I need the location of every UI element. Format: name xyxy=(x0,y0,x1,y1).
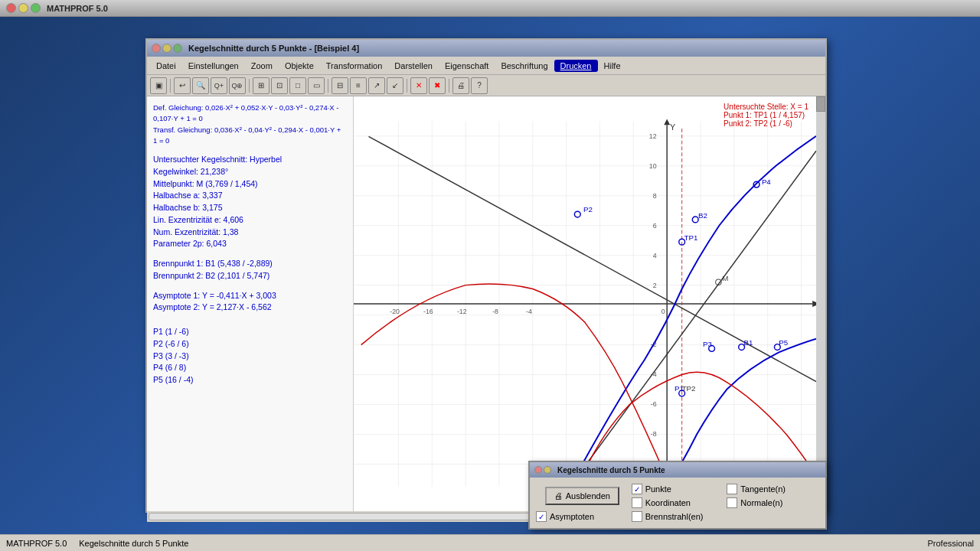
main-max-button[interactable] xyxy=(173,44,182,53)
main-window: Kegelschnitte durch 5 Punkte - [Beispiel… xyxy=(145,38,827,513)
status-left: MATHPROF 5.0 Kegelschnitte durch 5 Punkt… xyxy=(6,539,927,548)
cb-normale[interactable]: Normale(n) xyxy=(727,497,819,508)
graph-area[interactable]: X Y -20 -16 -12 -8 -4 0 12 10 8 6 4 2 -2… xyxy=(354,96,816,511)
menu-zoom[interactable]: Zoom xyxy=(245,60,279,72)
cb-punkte[interactable]: ✓ Punkte xyxy=(632,484,724,494)
svg-text:-4: -4 xyxy=(526,308,532,315)
exzentrizitat-num: Num. Exzentrizität: 1,38 xyxy=(153,227,347,239)
status-right: Professional xyxy=(927,539,974,548)
menu-hilfe[interactable]: Hilfe xyxy=(598,60,627,72)
svg-text:6: 6 xyxy=(653,222,657,230)
svg-text:12: 12 xyxy=(649,132,657,140)
def-gleichung: Def. Gleichung: 0,026·X² + 0,052·X·Y - 0… xyxy=(153,103,347,125)
menu-darstellen[interactable]: Darstellen xyxy=(388,60,439,72)
toolbar-sep2 xyxy=(249,79,250,93)
toolbar-table-btn[interactable]: ⊟ xyxy=(332,77,348,94)
svg-text:M: M xyxy=(722,274,728,282)
status-bar: MATHPROF 5.0 Kegelschnitte durch 5 Punkt… xyxy=(0,534,980,551)
main-min-button[interactable] xyxy=(162,44,172,53)
cb-punkte-box[interactable]: ✓ xyxy=(632,484,642,494)
toolbar-print-btn[interactable]: 🖨 xyxy=(452,77,469,94)
cb-brennstrahl[interactable]: Brennstrahl(en) xyxy=(632,511,724,522)
cb-normale-label: Normale(n) xyxy=(740,498,782,507)
maximize-button[interactable] xyxy=(31,3,41,13)
svg-text:2: 2 xyxy=(653,282,657,289)
toolbar-export-btn[interactable]: ↗ xyxy=(368,77,385,94)
status-edition: Professional xyxy=(927,539,974,548)
toolbar-grid-btn[interactable]: ⊞ xyxy=(253,77,270,94)
ausblenden-area: 🖨 Ausblenden xyxy=(536,487,629,505)
toolbar-del-btn[interactable]: ✕ xyxy=(410,77,427,94)
minimize-button[interactable] xyxy=(18,3,28,13)
brennpunkt2: Brennpunkt 2: B2 (2,101 / 5,747) xyxy=(153,270,347,282)
right-scrollbar[interactable] xyxy=(816,96,825,511)
menu-drucken[interactable]: Drucken xyxy=(554,60,598,72)
toolbar-undo-btn[interactable]: ↩ xyxy=(174,77,191,94)
untersuchte-stelle: Untersuchte Stelle: X = 1 xyxy=(724,103,808,111)
cb-brennstrahl-label: Brennstrahl(en) xyxy=(645,512,704,521)
status-app-name: MATHPROF 5.0 xyxy=(6,539,67,548)
svg-text:Y: Y xyxy=(670,122,675,132)
cb-asymptoten-box[interactable]: ✓ xyxy=(536,511,547,522)
svg-text:-8: -8 xyxy=(651,430,657,438)
scroll-thumb-top[interactable] xyxy=(816,96,825,112)
svg-text:TP2: TP2 xyxy=(682,384,696,393)
transf-gleichung: Transf. Gleichung: 0,036·X² - 0,04·Y² - … xyxy=(153,125,347,147)
menu-eigenschaft[interactable]: Eigenschaft xyxy=(439,60,495,72)
svg-text:0: 0 xyxy=(662,308,665,315)
popup-min-btn[interactable] xyxy=(544,466,551,474)
toolbar-import-btn[interactable]: ↙ xyxy=(387,77,403,94)
svg-text:TP1: TP1 xyxy=(684,233,698,242)
main-window-buttons[interactable] xyxy=(152,44,182,53)
toolbar-btn4[interactable]: ▭ xyxy=(308,77,325,94)
exzentrizitat-lin: Lin. Exzentrizität e: 4,606 xyxy=(153,214,347,227)
menu-objekte[interactable]: Objekte xyxy=(279,60,320,72)
menu-transformation[interactable]: Transformation xyxy=(320,60,389,72)
popup-close-btn[interactable] xyxy=(534,466,542,474)
toolbar-del2-btn[interactable]: ✖ xyxy=(429,77,446,94)
toolbar-sep3 xyxy=(328,79,328,93)
cb-koordinaten[interactable]: Koordinaten xyxy=(632,497,724,508)
p1: P1 (1 / -6) xyxy=(153,326,347,338)
cb-asymptoten-label: Asymptoten xyxy=(550,512,594,521)
right-info-panel: Untersuchte Stelle: X = 1 Punkt 1: TP1 (… xyxy=(724,103,808,128)
toolbar-help-btn[interactable]: ? xyxy=(471,77,488,94)
main-title-bar: Kegelschnitte durch 5 Punkte - [Beispiel… xyxy=(147,40,825,57)
popup-dialog: Kegelschnitte durch 5 Punkte ✓ Punkte Ta… xyxy=(528,461,827,530)
cb-tangente[interactable]: Tangente(n) xyxy=(727,484,819,494)
cb-brennstrahl-box[interactable] xyxy=(632,511,642,522)
menu-datei[interactable]: Datei xyxy=(150,60,182,72)
toolbar-zoom-reset-btn[interactable]: Q⊕ xyxy=(229,77,246,94)
svg-text:B1: B1 xyxy=(744,338,753,347)
cb-asymptoten[interactable]: ✓ Asymptoten xyxy=(536,511,629,522)
halbachse-a: Halbachse a: 3,337 xyxy=(153,190,347,202)
toolbar-mode-btn[interactable]: ▣ xyxy=(150,77,167,94)
close-button[interactable] xyxy=(6,3,16,13)
toolbar-btn3[interactable]: □ xyxy=(289,77,306,94)
ausblenden-button[interactable]: 🖨 Ausblenden xyxy=(545,487,619,505)
cb-koordinaten-box[interactable] xyxy=(632,497,642,508)
menu-einstellungen[interactable]: Einstellungen xyxy=(182,60,245,72)
svg-text:10: 10 xyxy=(649,162,657,170)
brennpunkt1: Brennpunkt 1: B1 (5,438 / -2,889) xyxy=(153,258,347,270)
menu-beschriftung[interactable]: Beschriftung xyxy=(495,60,554,72)
app-title: MATHPROF 5.0 xyxy=(47,4,108,13)
main-window-title: Kegelschnitte durch 5 Punkte - [Beispiel… xyxy=(188,44,359,53)
svg-text:8: 8 xyxy=(653,192,657,200)
kegelwinkel: Kegelwinkel: 21,238° xyxy=(153,166,347,178)
main-close-button[interactable] xyxy=(152,44,161,53)
toolbar-zoom-in-btn[interactable]: Q+ xyxy=(211,77,227,94)
cb-koordinaten-label: Koordinaten xyxy=(645,498,691,507)
halbachse-b: Halbachse b: 3,175 xyxy=(153,202,347,214)
toolbar-fit-btn[interactable]: ⊡ xyxy=(271,77,288,94)
svg-text:4: 4 xyxy=(653,252,657,259)
cb-normale-box[interactable] xyxy=(727,497,737,508)
toolbar-sep1 xyxy=(170,79,171,93)
cb-tangente-box[interactable] xyxy=(727,484,737,494)
popup-window-buttons[interactable] xyxy=(534,466,551,474)
window-buttons[interactable] xyxy=(6,3,41,13)
status-module-name: Kegelschnitte durch 5 Punkte xyxy=(79,539,188,548)
toolbar-zoom-out-btn[interactable]: 🔍 xyxy=(192,77,209,94)
svg-text:-16: -16 xyxy=(423,308,433,315)
toolbar-table2-btn[interactable]: ≡ xyxy=(350,77,367,94)
